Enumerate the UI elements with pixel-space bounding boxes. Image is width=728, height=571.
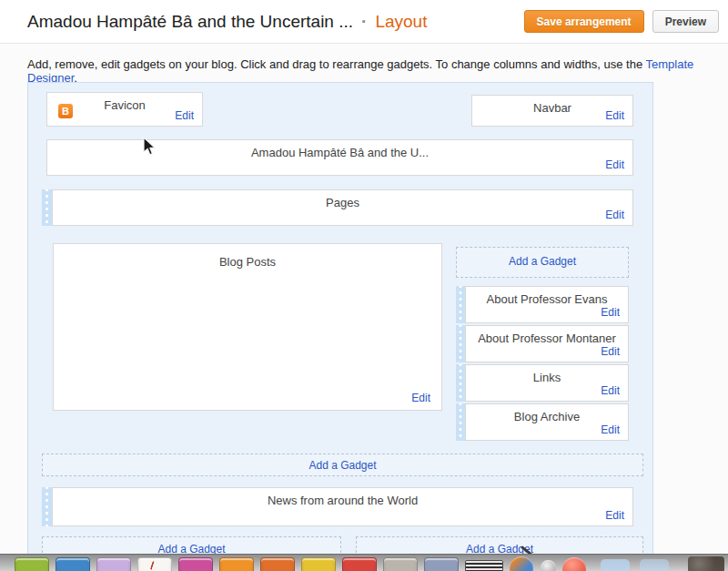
dock-icon-gray-sphere[interactable] bbox=[541, 560, 556, 571]
dock-icon-firefox[interactable] bbox=[510, 556, 533, 571]
save-arrangement-button[interactable]: Save arrangement bbox=[524, 10, 644, 33]
dock-icon-rust-folder[interactable] bbox=[260, 557, 295, 571]
blog-archive-edit-link[interactable]: Edit bbox=[601, 423, 620, 436]
gadget-about-professor-montaner[interactable]: About Professor Montaner Edit bbox=[465, 325, 629, 362]
instructions-before: Add, remove, edit gadgets on your blog. … bbox=[27, 57, 646, 71]
dock-icon-orange-folder[interactable] bbox=[219, 557, 254, 571]
gadget-news-from-around-the-world[interactable]: News from around the World Edit bbox=[52, 487, 633, 526]
gadget-pages[interactable]: Pages Edit bbox=[52, 189, 633, 226]
instructions-text: Add, remove, edit gadgets on your blog. … bbox=[27, 57, 701, 85]
dock-icon-keyboard[interactable] bbox=[465, 560, 503, 571]
sidebar-add-gadget[interactable]: Add a Gadget bbox=[456, 247, 629, 278]
sidebar-drag-handle-icon[interactable] bbox=[456, 403, 465, 441]
gadget-title: Blog Posts bbox=[54, 244, 441, 269]
gadget-about-professor-evans[interactable]: About Professor Evans Edit bbox=[465, 286, 629, 323]
gadget-blog-archive[interactable]: Blog Archive Edit bbox=[465, 403, 629, 441]
news-edit-link[interactable]: Edit bbox=[605, 509, 624, 522]
pages-drag-handle-icon[interactable] bbox=[42, 189, 52, 226]
header-edit-link[interactable]: Edit bbox=[605, 158, 624, 171]
top-bar: Amadou Hampâté Bâ and the Uncertain ... … bbox=[0, 0, 728, 44]
nav-layout-label[interactable]: Layout bbox=[375, 12, 427, 32]
favicon-edit-link[interactable]: Edit bbox=[175, 109, 194, 122]
layout-canvas: B Favicon Edit Navbar Edit Amadou Hampât… bbox=[27, 82, 653, 559]
pages-edit-link[interactable]: Edit bbox=[605, 209, 624, 221]
dock-icon-yellow-folder[interactable] bbox=[301, 557, 336, 571]
dock-icon-blue-folder[interactable] bbox=[56, 557, 90, 571]
gadget-title: About Professor Montaner bbox=[466, 326, 628, 345]
dock-icon-red-folder[interactable] bbox=[342, 557, 377, 571]
about-montaner-edit-link[interactable]: Edit bbox=[601, 345, 620, 358]
preview-button[interactable]: Preview bbox=[652, 10, 719, 33]
dock-icon-faint-blue-1[interactable] bbox=[601, 559, 630, 571]
gadget-title: News from around the World bbox=[53, 488, 632, 507]
gadget-title: About Professor Evans bbox=[466, 287, 628, 306]
links-edit-link[interactable]: Edit bbox=[601, 384, 620, 397]
dock-icon-pink-folder[interactable] bbox=[178, 557, 213, 571]
about-evans-edit-link[interactable]: Edit bbox=[601, 306, 620, 319]
dock-icon-red-sphere[interactable] bbox=[562, 557, 586, 571]
gadget-navbar[interactable]: Navbar Edit bbox=[471, 95, 633, 127]
blog-title: Amadou Hampâté Bâ and the Uncertain ... bbox=[27, 12, 353, 32]
gadget-links[interactable]: Links Edit bbox=[465, 364, 629, 402]
sidebar-drag-handle-icon[interactable] bbox=[456, 325, 465, 362]
dock-icon-green-folder[interactable] bbox=[15, 557, 49, 571]
title-separator: · bbox=[361, 12, 367, 32]
sidebar-drag-handle-icon[interactable] bbox=[456, 364, 465, 402]
navbar-edit-link[interactable]: Edit bbox=[605, 109, 624, 122]
gadget-blog-posts[interactable]: Blog Posts Edit bbox=[53, 243, 442, 411]
dock-icon-silver-folder[interactable] bbox=[383, 557, 418, 571]
blogger-favicon-icon: B bbox=[58, 104, 73, 118]
gadget-title: Amadou Hampâté Bâ and the U... bbox=[47, 140, 632, 159]
gadget-title: Links bbox=[466, 365, 628, 384]
gadget-favicon[interactable]: B Favicon Edit bbox=[46, 92, 203, 127]
dock-icon-faint-blue-2[interactable] bbox=[640, 559, 669, 571]
dock-icon-purple-folder[interactable] bbox=[96, 557, 131, 571]
dock-icon-slate-folder[interactable] bbox=[424, 557, 459, 571]
footer-drag-handle-icon[interactable] bbox=[42, 487, 52, 526]
add-gadget-label: Add a Gadget bbox=[308, 459, 376, 472]
dock bbox=[0, 554, 728, 571]
sidebar-drag-handle-icon[interactable] bbox=[456, 286, 465, 323]
main-add-gadget[interactable]: Add a Gadget bbox=[42, 454, 643, 476]
gadget-title: Blog Archive bbox=[466, 404, 628, 423]
gadget-title: Pages bbox=[53, 190, 632, 209]
gadget-blog-header[interactable]: Amadou Hampâté Bâ and the U... Edit bbox=[46, 139, 633, 176]
add-gadget-label: Add a Gadget bbox=[509, 255, 576, 268]
blog-posts-edit-link[interactable]: Edit bbox=[411, 392, 430, 404]
dock-icon-dark-app[interactable] bbox=[688, 556, 724, 571]
dock-icon-white-doc[interactable] bbox=[137, 557, 172, 571]
